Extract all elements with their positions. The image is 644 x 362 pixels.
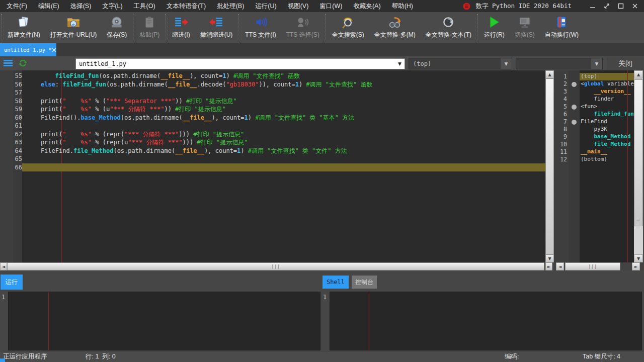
code-token: (os.path.dirname( <box>106 81 168 88</box>
outline-item[interactable]: finder <box>580 96 634 103</box>
code-line[interactable] <box>26 122 545 130</box>
scroll-left-icon[interactable]: ◄ <box>556 262 564 270</box>
code-token: #打印 "提示信息" <box>197 139 248 146</box>
toolbar-save-button[interactable]: 保存(S) <box>102 12 132 43</box>
scroll-down-icon[interactable]: ▼ <box>545 254 554 262</box>
console-output-pane[interactable] <box>330 292 642 350</box>
menu-item-9[interactable]: 窗口(W) <box>314 0 348 12</box>
scrollbar-thumb[interactable]: ≡ <box>634 79 643 226</box>
menu-item-3[interactable]: 文字(L) <box>97 0 128 12</box>
code-token: #调用 "文件查找" 类 "文件" 方法 <box>248 147 347 154</box>
outline-horizontal-scrollbar[interactable]: ◄ ||| ► <box>554 262 644 270</box>
scrollbar-thumb[interactable]: ||| <box>565 262 620 270</box>
outline-bullet-empty <box>569 111 580 118</box>
outline-item[interactable]: py3K <box>580 126 634 133</box>
tab-close-icon[interactable] <box>52 46 56 53</box>
toolbar-tts-select-button[interactable]: TTS 选择(S) <box>281 12 325 43</box>
scroll-up-icon[interactable]: ▲ <box>545 70 554 78</box>
code-editor[interactable]: fileFind_fun(os.path.dirname(__file__), … <box>22 70 545 262</box>
refresh-icon[interactable] <box>18 58 28 68</box>
menu-item-10[interactable]: 收藏夹(A) <box>348 0 386 12</box>
menu-item-11[interactable]: 帮助(H) <box>386 0 419 12</box>
menu-item-8[interactable]: 视图(V) <box>282 0 314 12</box>
outline-item[interactable]: <global variables> <box>580 80 634 88</box>
outline-item[interactable]: base_Method <box>580 133 634 141</box>
toolbar-new-file-button[interactable]: 新建文件(N) <box>3 12 45 43</box>
code-line[interactable] <box>26 155 545 163</box>
code-line[interactable]: print(" %s" % ("*** Separator ***")) #打印… <box>26 97 545 106</box>
close-file-button[interactable]: 关闭 <box>607 57 644 70</box>
toolbar-run-button[interactable]: 运行(R) <box>479 12 510 43</box>
secondary-combobox[interactable]: ▼ <box>516 58 603 69</box>
toolbar-open-url-button[interactable]: e打开文件-URL(U) <box>45 12 102 43</box>
toolbar-unindent-button[interactable]: 撤消缩进(U) <box>195 12 238 43</box>
outline-item[interactable]: fileFind_fun <box>580 111 634 118</box>
menu-item-0[interactable]: 文件(F) <box>1 0 33 12</box>
editor-tab[interactable]: untitled_1.py * <box>0 43 56 56</box>
close-button[interactable] <box>628 1 642 11</box>
outline-line-number: 6 <box>554 111 569 118</box>
editor-horizontal-scrollbar[interactable]: ◄ ||| ► <box>0 262 552 270</box>
outline-item[interactable]: __main__ <box>580 148 634 156</box>
toolbar-replace-text-button[interactable]: 全文替换-文本(T) <box>421 12 476 43</box>
toolbar-switch-button[interactable]: 切换(S) <box>510 12 540 43</box>
scope-combobox[interactable]: (top) ▼ <box>409 58 512 69</box>
outline-item[interactable]: (top) <box>580 73 634 80</box>
code-line[interactable]: print(" %s" % (u"*** 分隔符 ***")) #打印 "提示信… <box>26 105 545 114</box>
open-url-icon: e <box>66 14 80 30</box>
toolbar-indent-button[interactable]: 缩进(I) <box>167 12 195 43</box>
fullscreen-button[interactable] <box>600 1 614 11</box>
toolbar-paste-button[interactable]: 粘贴(P) <box>134 12 165 43</box>
line-number: 63 <box>13 138 22 147</box>
outline-token: __version__ <box>594 88 631 95</box>
outline-item[interactable]: <fun> <box>580 103 634 111</box>
code-token: #调用 "文件查找" 类 "基本" 方法 <box>255 114 354 121</box>
shell-output-pane[interactable] <box>8 292 320 350</box>
outline-item[interactable]: (bottom) <box>580 156 634 163</box>
code-line[interactable]: print(" %s" % (repr(u"*** 分隔符 ***"))) #打… <box>26 138 545 147</box>
outline-browser[interactable]: (top)<global variables> __version__ find… <box>580 70 634 262</box>
toolbar-word-wrap-button[interactable]: 自动换行(W) <box>540 12 584 43</box>
tab-console[interactable]: 控制台 <box>352 276 377 289</box>
menu-item-5[interactable]: 文本转语音(T) <box>161 0 211 12</box>
scroll-up-icon[interactable]: ▲ <box>634 70 643 78</box>
outline-token: __main__ <box>581 148 607 155</box>
run-button[interactable]: 运行 <box>1 275 23 290</box>
bullet-icon <box>572 82 577 87</box>
outline-item[interactable]: __version__ <box>580 88 634 96</box>
tab-shell[interactable]: Shell <box>323 276 349 289</box>
file-selector-combobox[interactable]: untitled_1.py ▼ <box>75 58 405 69</box>
toolbar-label: 撤消缩进(U) <box>200 31 233 39</box>
outline-item[interactable]: file_Method <box>580 141 634 148</box>
scroll-right-icon[interactable]: ► <box>632 262 640 270</box>
code-line[interactable] <box>26 88 545 97</box>
code-line[interactable]: else: fileFind_fun(os.path.dirname(__fil… <box>26 80 545 89</box>
menu-item-1[interactable]: 编辑(E) <box>33 0 65 12</box>
code-line[interactable]: print(" %s" % (repr("*** 分隔符 ***"))) #打印… <box>26 130 545 139</box>
code-line[interactable]: FileFind().base_Method(os.path.dirname(_… <box>26 114 545 122</box>
minimize-button[interactable] <box>586 1 600 11</box>
toolbar-replace-multi-button[interactable]: 全文替换-多(M) <box>369 12 421 43</box>
scrollbar-thumb[interactable] <box>545 78 554 254</box>
scroll-right-icon[interactable]: ► <box>545 262 552 270</box>
outline-vertical-scrollbar[interactable]: ▲ ≡ ▼ <box>634 70 643 262</box>
scroll-left-icon[interactable]: ◄ <box>0 262 7 270</box>
code-line[interactable]: fileFind_fun(os.path.dirname(__file__), … <box>26 72 545 80</box>
menu-item-7[interactable]: 运行(U) <box>250 0 282 12</box>
scrollbar-thumb[interactable]: ||| <box>7 262 544 270</box>
scroll-down-icon[interactable]: ▼ <box>634 254 643 262</box>
menu-item-4[interactable]: 工具(O) <box>128 0 161 12</box>
editor-vertical-scrollbar[interactable]: ▲ ▼ <box>545 70 554 262</box>
code-line[interactable]: FileFind.file_Method(os.path.dirname(__f… <box>26 147 545 155</box>
code-line-current[interactable] <box>22 163 545 172</box>
code-token: base_Method <box>80 114 120 121</box>
hamburger-menu-icon[interactable] <box>4 60 13 66</box>
code-token: " %s" <box>62 98 92 105</box>
toolbar-tts-file-button[interactable]: TTS 文件(I) <box>240 12 281 43</box>
menu-item-6[interactable]: 批处理(B) <box>211 0 250 12</box>
toolbar-search-all-button[interactable]: 全文搜索(S) <box>327 12 369 43</box>
outline-item[interactable]: FileFind <box>580 118 634 126</box>
maximize-button[interactable] <box>614 1 628 11</box>
resize-grip[interactable] <box>0 358 5 362</box>
menu-item-2[interactable]: 选择(S) <box>65 0 97 12</box>
